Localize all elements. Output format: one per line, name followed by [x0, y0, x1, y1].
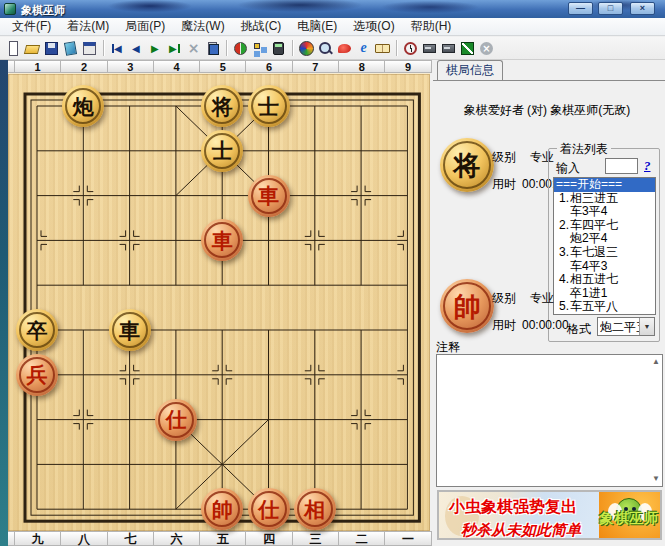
move-item[interactable]: 车3平4 — [554, 205, 655, 219]
first-move-icon[interactable] — [109, 40, 126, 57]
file-header-stub — [8, 531, 15, 546]
menu-item-8[interactable]: 帮助(H) — [403, 18, 460, 35]
menu-item-3[interactable]: 局面(P) — [117, 18, 173, 35]
properties-icon[interactable] — [81, 40, 98, 57]
move-item[interactable]: 3.车七退三 — [554, 246, 655, 260]
menu-item-4[interactable]: 魔法(W) — [173, 18, 232, 35]
move-item[interactable]: 车4平3 — [554, 260, 655, 274]
ad-logo-text: 象棋巫师 — [599, 510, 660, 528]
format-value: 炮二平五 — [600, 319, 642, 335]
piece-red-相[interactable]: 相 — [294, 488, 336, 530]
engine-1-icon[interactable] — [421, 40, 438, 57]
piece-black-車[interactable]: 車 — [109, 309, 151, 351]
file-label: 3 — [108, 60, 154, 73]
file-label: 6 — [246, 60, 292, 73]
help-link[interactable]: ? — [644, 158, 651, 174]
piece-red-仕[interactable]: 仕 — [155, 399, 197, 441]
file-label: 8 — [339, 60, 385, 73]
move-input-label: 输入 — [556, 160, 580, 177]
move-item[interactable]: 4.相五进七 — [554, 273, 655, 287]
magic-ball-icon[interactable] — [298, 40, 315, 57]
delete-icon[interactable] — [185, 40, 202, 57]
menu-item-5[interactable]: 挑战(C) — [233, 18, 290, 35]
piece-black-士[interactable]: 士 — [248, 85, 290, 127]
piece-red-車[interactable]: 車 — [248, 175, 290, 217]
black-level-row: 级别专业 — [492, 149, 554, 166]
menu-item-2[interactable]: 着法(M) — [59, 18, 117, 35]
scroll-down-icon[interactable]: ▼ — [652, 475, 660, 483]
move-input[interactable] — [605, 158, 638, 174]
engine-2-icon[interactable] — [440, 40, 457, 57]
file-label: 9 — [385, 60, 431, 73]
paste-icon[interactable] — [204, 40, 221, 57]
file-label: 4 — [154, 60, 200, 73]
maximize-button[interactable]: □ — [598, 2, 623, 15]
ad-banner-text-area: 小虫象棋强势复出 秒杀从未如此简单 — [439, 492, 599, 538]
menu-item-1[interactable]: 文件(F) — [4, 18, 59, 35]
file-label: 一 — [385, 531, 431, 546]
file-label: 1 — [15, 60, 61, 73]
file-label: 六 — [154, 531, 200, 546]
piece-black-炮[interactable]: 炮 — [62, 85, 104, 127]
open-book-icon[interactable] — [374, 40, 391, 57]
last-move-icon[interactable] — [166, 40, 183, 57]
scroll-up-icon[interactable]: ▲ — [652, 358, 660, 366]
file-label: 三 — [293, 531, 339, 546]
move-item[interactable]: 2.车四平七 — [554, 219, 655, 233]
ad-banner[interactable]: 小虫象棋强势复出 秒杀从未如此简单 象棋巫师 — [437, 490, 662, 540]
move-item[interactable]: 卒1进1 — [554, 287, 655, 301]
menu-item-7[interactable]: 选项(O) — [345, 18, 402, 35]
move-item[interactable]: 1.相三进五 — [554, 192, 655, 206]
minimize-button[interactable]: — — [568, 2, 593, 15]
move-item[interactable]: 炮2平4 — [554, 232, 655, 246]
tab-game-info[interactable]: 棋局信息 — [437, 60, 503, 80]
prev-move-icon[interactable] — [128, 40, 145, 57]
timer-icon[interactable] — [402, 40, 419, 57]
chart-icon[interactable] — [459, 40, 476, 57]
stop-icon[interactable] — [478, 40, 495, 57]
menu-bar: 文件(F)着法(M)局面(P)魔法(W)挑战(C)电脑(E)选项(O)帮助(H) — [0, 18, 665, 36]
piece-black-士[interactable]: 士 — [201, 130, 243, 172]
swap-sides-icon[interactable] — [232, 40, 249, 57]
file-label: 5 — [200, 60, 246, 73]
move-item[interactable]: ===开始=== — [554, 178, 655, 192]
file-label: 七 — [108, 531, 154, 546]
toolbar — [0, 37, 665, 60]
piece-black-将[interactable]: 将 — [201, 85, 243, 127]
title-bar[interactable]: 象棋巫师 — □ × — [0, 0, 665, 18]
red-general-icon: 帥 — [440, 279, 494, 333]
tab-divider — [433, 80, 665, 81]
browser-icon[interactable] — [355, 40, 372, 57]
info-panel: 棋局信息 象棋爱好者 (对) 象棋巫师(无敌) 将 级别专业 用时00:00:0… — [433, 60, 665, 546]
piece-red-兵[interactable]: 兵 — [16, 354, 58, 396]
piece-red-仕[interactable]: 仕 — [248, 488, 290, 530]
toolbar-separator — [103, 40, 104, 56]
calculator-icon[interactable] — [270, 40, 287, 57]
ad-banner-logo-area: 象棋巫师 — [599, 492, 660, 538]
ad-line-1: 小虫象棋强势复出 — [449, 497, 599, 518]
ad-line-2: 秒杀从未如此简单 — [461, 521, 599, 540]
move-list[interactable]: ===开始===1.相三进五车3平42.车四平七炮2平43.车七退三车4平34.… — [553, 177, 656, 315]
xiangqi-board[interactable]: 炮将士士車車卒車兵仕帥仕相 — [8, 73, 430, 531]
file-label: 五 — [200, 531, 246, 546]
red-eye-icon[interactable] — [336, 40, 353, 57]
file-label: 八 — [61, 531, 107, 546]
format-combobox[interactable]: 炮二平五 ▼ — [597, 317, 655, 336]
search-analyze-icon[interactable] — [317, 40, 334, 57]
piece-black-卒[interactable]: 卒 — [16, 309, 58, 351]
chevron-down-icon[interactable]: ▼ — [639, 318, 654, 335]
menu-item-6[interactable]: 电脑(E) — [289, 18, 345, 35]
save-icon[interactable] — [43, 40, 60, 57]
move-tree-icon[interactable] — [251, 40, 268, 57]
comment-textarea[interactable]: ▲ ▼ — [436, 354, 663, 487]
red-time-row: 用时00:00:00 — [492, 317, 569, 334]
file-label: 四 — [246, 531, 292, 546]
new-icon[interactable] — [5, 40, 22, 57]
next-move-icon[interactable] — [147, 40, 164, 57]
move-item[interactable]: 5.车五平八 — [554, 300, 655, 314]
toolbar-separator — [226, 40, 227, 56]
close-button[interactable]: × — [630, 2, 655, 15]
open-icon[interactable] — [24, 40, 41, 57]
copy-book-icon[interactable] — [62, 40, 79, 57]
window-title: 象棋巫师 — [21, 3, 65, 18]
